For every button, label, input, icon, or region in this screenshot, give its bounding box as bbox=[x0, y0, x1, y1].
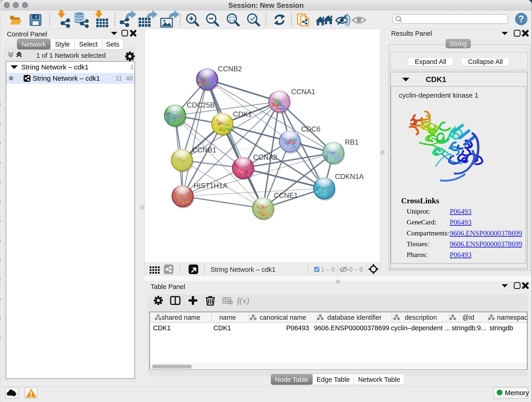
svg-text:cyclin–dependent ...: cyclin–dependent ... bbox=[391, 324, 450, 332]
svg-text:CCNE1: CCNE1 bbox=[274, 191, 298, 199]
svg-text:1 – 0: 1 – 0 bbox=[321, 266, 335, 273]
svg-text:HIST1H1A: HIST1H1A bbox=[194, 182, 228, 190]
svg-text:f(x): f(x) bbox=[237, 296, 249, 306]
svg-text:stringdb:9...: stringdb:9... bbox=[452, 324, 486, 332]
svg-text:name: name bbox=[219, 314, 236, 321]
svg-text:stringdb: stringdb bbox=[489, 324, 513, 332]
svg-text:description: description bbox=[405, 314, 437, 321]
svg-text:database identifier: database identifier bbox=[327, 314, 382, 321]
svg-text:CDC6: CDC6 bbox=[301, 125, 320, 133]
svg-text:CDK1: CDK1 bbox=[153, 324, 171, 332]
svg-text:CDC25B: CDC25B bbox=[187, 101, 215, 109]
svg-text:@id: @id bbox=[462, 314, 474, 321]
svg-text:9606.ENSP00000378699: 9606.ENSP00000378699 bbox=[314, 324, 389, 332]
svg-text:CDKN1A: CDKN1A bbox=[335, 172, 364, 181]
svg-text:CCNB2: CCNB2 bbox=[218, 65, 242, 73]
svg-text:namespace: namespace bbox=[497, 314, 527, 321]
svg-text:CCNB1: CCNB1 bbox=[192, 146, 216, 154]
svg-text:CCNA2: CCNA2 bbox=[253, 153, 277, 161]
svg-text:CDK1: CDK1 bbox=[213, 324, 231, 332]
svg-text:CCNA1: CCNA1 bbox=[291, 88, 315, 96]
svg-text:RB1: RB1 bbox=[345, 138, 359, 146]
svg-text:canonical name: canonical name bbox=[260, 314, 306, 321]
svg-text:shared name: shared name bbox=[162, 314, 200, 321]
svg-text:P06493: P06493 bbox=[286, 324, 309, 332]
svg-text:0 – 0: 0 – 0 bbox=[349, 266, 363, 273]
svg-text:String Network – cdk1: String Network – cdk1 bbox=[210, 266, 276, 273]
svg-text:CDK1: CDK1 bbox=[233, 110, 252, 118]
svg-text:?: ? bbox=[519, 14, 524, 24]
